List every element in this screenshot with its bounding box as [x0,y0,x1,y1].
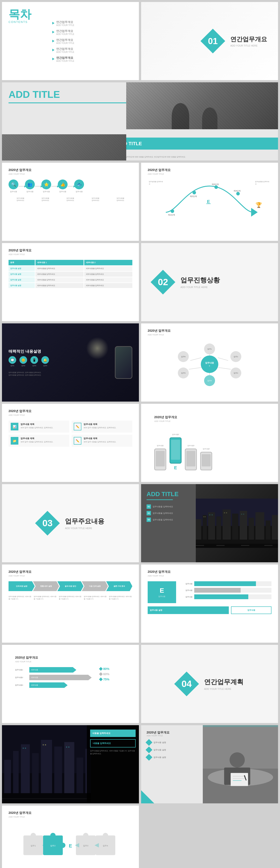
slide6-col2-header: 세부내용 1 [35,260,84,265]
slide6-header: 2020년 업무개요 [8,248,132,252]
slide18-btn-2[interactable]: 내용을 입력하세요 [90,739,136,747]
slide19-diamond-1 [145,739,152,746]
slide-16-pencil: 2020년 업무개요 ADD YOUR TITLE 업무내용1 세부내용 업무내… [2,645,139,723]
toc-items: 연간업무개요 ADD YOUR TITLE 연간업무개요 ADD YOUR TI… [52,8,132,73]
svg-text:업무3: 업무3 [83,845,88,847]
slide18-city-svg [2,725,91,803]
svg-text:업무2: 업무2 [50,845,55,847]
slide15-bar-2: 업무내용 [179,588,272,593]
section02-number: 02 [158,277,168,287]
toc-item-1: 연간업무개요 ADD YOUR TITLE [52,20,132,26]
slide-3-addtitle: ADD TITLE ADD TITLE 연간업무개요에 대한 내용을 입력하세요… [2,82,278,161]
slide16-pct-value-3: 75% [103,678,109,681]
slide-20-puzzle: 2020년 업무개요 ADD YOUR TITLE 업무1 업무2 E [2,805,139,868]
svg-point-99 [83,833,88,838]
slide18-btn-1[interactable]: 내용을 입력하세요 [90,730,136,737]
slide14-step4-text: 다음 단계 설명 [85,585,105,587]
slide4-desc-3: 업무내용을입력하세요 [58,197,82,202]
timeline-item-3: ⭐ 업무내용 [41,180,51,193]
slide8-icon-label-1: 업무1 [10,365,15,367]
slide8-body: 업무내용을 입력하세요. 업무내용을 입력하세요.업무내용을 입력하세요. 업무… [8,371,77,376]
toc-item-3: 연간업무개요 ADD YOUR TITLE [52,38,132,44]
slide4-desc-4: 업무내용을입력하세요 [84,197,107,202]
slide14-descriptions: 업무내용을 입력하세요. 세부사항을 기입합니다. 업무내용을 입력하세요. 세… [8,595,132,600]
slide14-desc-1: 업무내용을 입력하세요. 세부사항을 기입합니다. [8,595,32,600]
toc-item-4: 연간업무개요 ADD YOUR TITLE [52,47,132,53]
slide14-step-2: 현황·세부 설명 [33,581,59,591]
slide9-svg: 업무내용 E 업무1 업무2 업무3 업무4 업무5 업무6 [166,340,253,388]
slide19-item-3: 업무내용 설명 [146,755,201,760]
slide10-desc-4: 세부 업무 내용을 입력하세요. 입력하세요. [84,441,116,443]
svg-rect-61 [4,760,11,796]
slide10-icon-4: ✏️ [74,437,81,444]
slide16-pct-value-2: 60% [103,672,109,676]
slide10-icon-2: ✏️ [74,423,81,430]
slide10-item-1: 📊 업무내용 제목 세부 업무 내용을 입력하세요. 입력하세요. [8,421,69,433]
slide16-pct-2: 60% [100,672,126,676]
timeline-icon-4: 👍 [58,180,67,189]
svg-line-32 [190,358,201,361]
slide-4-timeline: 2020년 업무개요 ADD YOUR TITLE 🔍 업무내용 👥 업무내용 … [2,162,139,241]
section02-title: 업무진행상황 [180,276,220,285]
slide15-bottom-label-1: 업무내용 설명 [150,609,162,612]
slide13-item-2: 02 업무내용을 입력하세요 [146,511,190,515]
svg-rect-76 [2,793,91,803]
svg-rect-70 [23,748,24,749]
slide5-diagram: 제1단계 제2단계 제3단계 제4단계 🏆 E 업무설명을 입력하세요 업무설명… [148,180,272,230]
slide16-pct-diamond-1 [99,667,103,671]
slide9-header: 2020년 업무개요 [148,329,272,333]
toc-left: 목차 CONTENTS [8,8,48,73]
slide8-left: 매력적인 내용설명 💬 업무1 😊 업무2 📱 업무3 🔔 업무4 [8,349,77,376]
slide6-row1: 업무내용 설명 세부내용을 입력하세요 세부내용을 입력하세요 [8,266,132,271]
slide-1-toc: 목차 CONTENTS 연간업무개요 ADD YOUR TITLE 연간업무개요… [2,2,139,80]
slide10-grid: 📊 업무내용 제목 세부 업무 내용을 입력하세요. 입력하세요. ✏️ 업무내… [8,421,132,447]
toc-arrow-3 [52,40,54,42]
slide15-bar-fill-3 [194,594,248,599]
slide10-title-3: 업무내용 제목 [21,437,53,440]
slide14-step4-bg: 다음 단계 설명 [82,581,108,591]
slide16-sub: ADD YOUR TITLE [15,660,126,663]
slide-11-phones: 2020년 업무개요 ADD YOUR TITLE 업무내용1 업무내용2 E [141,404,278,482]
slide16-pbar-text-2: 세부내용 [31,676,38,679]
svg-point-94 [50,833,56,838]
slide16-header: 2020년 업무개요 [15,656,126,660]
slide16-layout: 업무내용1 세부내용 업무내용2 세부내용 업무내용 [15,667,126,688]
svg-text:제1단계: 제1단계 [168,214,175,216]
slide3-teal-bar: ADD TITLE [112,137,278,150]
slide19-text-1: 업무내용 설명 [153,741,166,744]
slide11-label-3: 업무내용3 [188,444,194,447]
slide19-item-2: 업무내용 설명 [146,747,201,752]
svg-text:업무1: 업무1 [207,348,212,350]
slide4-sub: ADD YOUR TITLE [8,173,132,175]
timeline-label-2: 업무내용 [26,190,33,193]
section04-title: 연간업무계획 [204,678,244,686]
slide10-desc-1: 세부 업무 내용을 입력하세요. 입력하세요. [21,427,53,429]
slide6-row1-label: 업무내용 설명 [8,266,35,271]
timeline-item-1: 🔍 업무내용 [8,180,18,193]
slide16-pbar-2: 세부내용 [29,675,88,680]
slide13-item-1: 01 업무내용을 입력하세요 [146,504,190,509]
slide8-icon-circle-3: 📱 [30,356,38,364]
slide14-header: 2020년 업무개요 [8,570,132,574]
svg-rect-57 [241,545,249,546]
slide10-item-3: 📁 업무내용 제목 세부 업무 내용을 입력하세요. 입력하세요. [8,435,69,447]
slide4-desc-1: 업무내용을입력하세요 [8,197,32,202]
svg-rect-74 [66,747,67,748]
timeline-item-2: 👥 업무내용 [25,180,35,193]
svg-rect-64 [32,753,39,795]
slide11-sub: ADD YOUR TITLE [154,420,212,422]
slide10-text-1: 업무내용 제목 세부 업무 내용을 입력하세요. 입력하세요. [21,423,53,429]
svg-rect-49 [212,514,213,515]
section04-number-block: 04 [176,673,198,695]
toc-item-1-content: 연간업무개요 ADD YOUR TITLE [56,20,74,26]
slide13-title: ADD TITLE [146,491,190,498]
svg-rect-50 [224,512,225,514]
slide11-device-3: 업무내용3 [185,444,197,470]
svg-rect-40 [232,514,238,539]
svg-rect-58 [264,545,273,546]
slide4-icons: 🔍 업무내용 👥 업무내용 ⭐ 업무내용 👍 업무내용 🐟 업무내용 [8,180,132,193]
slide15-header: 2020년 업무개요 [148,570,272,574]
svg-rect-36 [203,515,207,539]
slide19-photo-svg [203,725,278,803]
slide15-label-3: 업무내용 [179,596,193,598]
